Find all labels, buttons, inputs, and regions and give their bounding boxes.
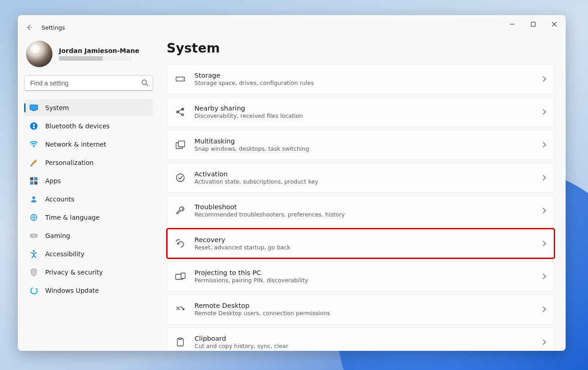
card-multitasking[interactable]: MultitaskingSnap windows, desktops, task… [167, 130, 555, 160]
svg-point-19 [31, 287, 37, 294]
svg-rect-15 [30, 234, 37, 238]
card-recovery[interactable]: RecoveryReset, advanced startup, go back [167, 228, 555, 259]
svg-point-16 [31, 235, 32, 236]
nav-gaming[interactable]: Gaming [24, 227, 153, 244]
back-button[interactable] [25, 23, 33, 32]
chevron-right-icon [542, 272, 546, 281]
paintbrush-icon [30, 159, 38, 167]
card-sub: Recommended troubleshooters, preferences… [194, 211, 542, 218]
person-icon [30, 195, 38, 203]
nav-personalization[interactable]: Personalization [24, 154, 153, 171]
card-title: Recovery [194, 236, 542, 243]
svg-point-2 [142, 80, 147, 85]
settings-window: Settings Jordan Jamieson-Mane [18, 15, 566, 351]
maximize-button[interactable] [523, 17, 544, 32]
storage-icon [175, 74, 185, 84]
chevron-right-icon [542, 338, 546, 347]
card-title: Nearby sharing [194, 105, 542, 112]
nav-label: Windows Update [45, 287, 99, 294]
card-storage[interactable]: StorageStorage space, drives, configurat… [167, 64, 555, 94]
card-sub: Remote Desktop users, connection permiss… [194, 310, 542, 317]
nav-apps[interactable]: Apps [24, 172, 153, 190]
wrench-icon [175, 206, 185, 216]
minimize-button[interactable] [502, 17, 523, 32]
wifi-icon [30, 140, 38, 148]
clipboard-icon [175, 337, 185, 347]
svg-rect-1 [531, 22, 536, 26]
svg-rect-8 [31, 165, 32, 166]
chevron-right-icon [542, 174, 546, 182]
card-remote-desktop[interactable]: Remote DesktopRemote Desktop users, conn… [167, 294, 555, 324]
minimize-icon [510, 22, 514, 26]
svg-rect-12 [34, 181, 37, 185]
svg-line-3 [146, 84, 148, 86]
titlebar [18, 15, 566, 33]
chevron-right-icon [542, 75, 546, 84]
svg-rect-31 [179, 338, 182, 340]
card-activation[interactable]: ActivationActivation state, subscription… [167, 163, 555, 193]
nav-accessibility[interactable]: Accessibility [24, 245, 153, 263]
app-title: Settings [42, 24, 65, 31]
card-sub: Snap windows, desktops, task switching [194, 145, 542, 152]
nav-privacy[interactable]: Privacy & security [24, 264, 153, 281]
card-sub: Cut and copy history, sync, clear [194, 343, 542, 349]
shield-icon [30, 268, 38, 276]
update-icon [30, 286, 38, 295]
chevron-right-icon [542, 108, 546, 116]
apps-icon [30, 177, 38, 185]
system-icon [30, 104, 38, 112]
card-nearby-sharing[interactable]: Nearby sharingDiscoverability, received … [167, 97, 555, 127]
card-title: Remote Desktop [194, 302, 542, 309]
card-projecting[interactable]: Projecting to this PCPermissions, pairin… [167, 261, 555, 291]
profile-name: Jordan Jamieson-Mane [59, 47, 139, 54]
svg-rect-30 [178, 339, 184, 346]
accessibility-icon [30, 250, 38, 258]
search-input[interactable] [24, 75, 153, 91]
card-sub: Reset, advanced startup, go back [194, 244, 542, 251]
nav-label: Accessibility [45, 250, 84, 258]
nav-network[interactable]: Network & internet [24, 136, 153, 153]
back-arrow-icon [26, 24, 32, 31]
svg-rect-9 [30, 177, 33, 180]
nav-system[interactable]: System [24, 99, 153, 116]
card-troubleshoot[interactable]: TroubleshootRecommended troubleshooters,… [167, 196, 555, 226]
svg-rect-11 [30, 181, 33, 185]
card-clipboard[interactable]: ClipboardCut and copy history, sync, cle… [167, 327, 555, 351]
profile-block[interactable]: Jordan Jamieson-Mane [24, 37, 153, 75]
card-sub: Permissions, pairing PIN, discoverabilit… [194, 277, 542, 284]
nav-label: Network & internet [45, 141, 106, 148]
svg-rect-4 [30, 105, 38, 110]
svg-point-13 [32, 196, 35, 199]
multitask-icon [175, 140, 185, 150]
nav-time[interactable]: Time & language [24, 209, 153, 226]
svg-rect-5 [32, 111, 36, 111]
nav-bluetooth[interactable]: Bluetooth & devices [24, 117, 153, 135]
share-icon [175, 107, 185, 117]
nav-label: Bluetooth & devices [45, 122, 110, 130]
card-title: Projecting to this PC [194, 269, 542, 276]
nav-label: System [45, 104, 69, 111]
avatar [26, 41, 52, 67]
page-title: System [167, 41, 555, 56]
close-button[interactable] [544, 17, 565, 32]
card-title: Multitasking [194, 137, 542, 145]
svg-rect-26 [178, 141, 185, 147]
nav-label: Time & language [45, 214, 100, 221]
gamepad-icon [30, 232, 38, 240]
chevron-right-icon [542, 206, 546, 215]
svg-rect-10 [34, 177, 37, 180]
main-content: System StorageStorage space, drives, con… [159, 33, 566, 351]
card-sub: Discoverability, received files location [194, 112, 542, 119]
search-icon [141, 79, 148, 88]
svg-point-18 [33, 250, 35, 252]
chevron-right-icon [542, 239, 546, 248]
svg-point-27 [177, 174, 184, 182]
nav-label: Accounts [45, 196, 74, 203]
svg-point-17 [35, 235, 36, 236]
projecting-icon [175, 271, 185, 281]
globe-clock-icon [30, 213, 38, 222]
recovery-icon [175, 238, 185, 248]
nav-update[interactable]: Windows Update [24, 282, 153, 299]
svg-rect-29 [181, 273, 185, 279]
nav-accounts[interactable]: Accounts [24, 190, 153, 208]
